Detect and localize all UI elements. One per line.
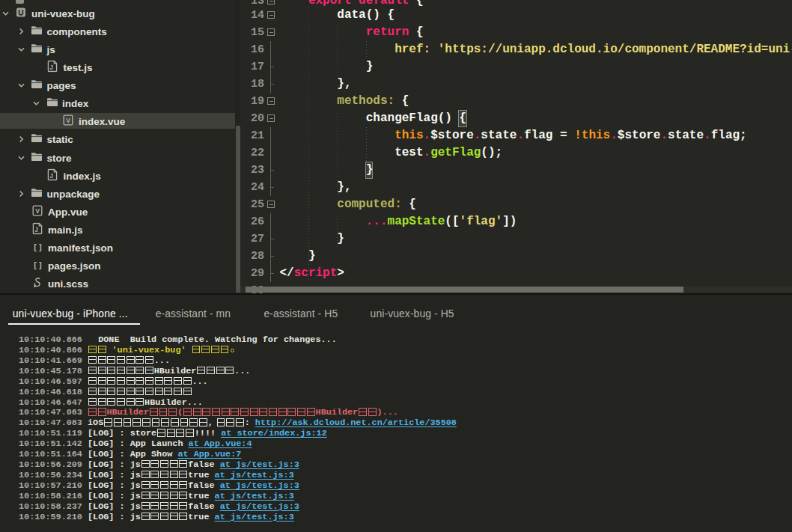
svg-text:[ ]: [ ] (34, 260, 42, 269)
svg-text:J: J (34, 226, 38, 233)
svg-text:J: J (49, 64, 53, 71)
svg-text:[ ]: [ ] (34, 242, 42, 251)
svg-text:V: V (66, 117, 70, 125)
svg-text:J: J (49, 172, 53, 180)
svg-text:V: V (35, 207, 40, 215)
